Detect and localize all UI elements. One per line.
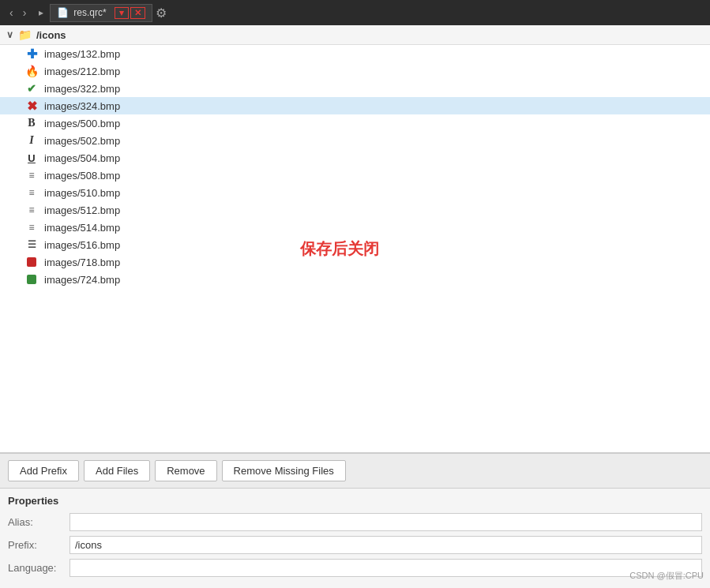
file-name: images/516.bmp bbox=[44, 239, 120, 251]
tree-item[interactable]: Iimages/502.bmp bbox=[0, 132, 710, 149]
underline-icon: U bbox=[25, 152, 38, 164]
back-button[interactable]: ‹ bbox=[6, 5, 17, 21]
tree-items-list: ✚images/132.bmp🔥images/212.bmp✔images/32… bbox=[0, 45, 710, 288]
file-tab[interactable]: 📄 res.qrc* ▾ ✕ bbox=[50, 4, 152, 22]
tree-item[interactable]: ≡images/512.bmp bbox=[0, 201, 710, 219]
tree-item[interactable]: Bimages/500.bmp bbox=[0, 114, 710, 132]
remove-missing-files-button[interactable]: Remove Missing Files bbox=[222, 460, 346, 481]
alias-label: Alias: bbox=[8, 516, 63, 528]
action-button-bar: Add Prefix Add Files Remove Remove Missi… bbox=[0, 454, 710, 489]
x-icon: ✖ bbox=[25, 99, 38, 112]
tree-root[interactable]: ∨ 📁 /icons bbox=[0, 25, 710, 45]
tab-dropdown-button[interactable]: ▾ bbox=[115, 7, 129, 19]
language-label: Language: bbox=[8, 562, 63, 574]
red-square-icon bbox=[25, 256, 38, 268]
forward-button[interactable]: › bbox=[20, 5, 30, 21]
collapse-icon: ∨ bbox=[6, 29, 13, 40]
bottom-panel: Add Prefix Add Files Remove Remove Missi… bbox=[0, 453, 710, 588]
add-files-button[interactable]: Add Files bbox=[84, 460, 150, 481]
file-name: images/324.bmp bbox=[44, 100, 120, 112]
tree-item[interactable]: ✚images/132.bmp bbox=[0, 45, 710, 62]
tree-item[interactable]: images/718.bmp bbox=[0, 253, 710, 271]
file-name: images/132.bmp bbox=[44, 48, 120, 60]
tree-item[interactable]: ≡images/514.bmp bbox=[0, 219, 710, 236]
root-label: /icons bbox=[36, 29, 66, 41]
flame-icon: 🔥 bbox=[25, 65, 38, 77]
file-name: images/510.bmp bbox=[44, 187, 120, 199]
language-input[interactable] bbox=[69, 559, 702, 577]
folder-icon: 📁 bbox=[18, 28, 32, 41]
tab-title: res.qrc* bbox=[73, 7, 106, 18]
tree-item[interactable]: ☰images/516.bmp bbox=[0, 236, 710, 253]
file-name: images/512.bmp bbox=[44, 204, 120, 216]
file-icon: 📄 bbox=[57, 7, 69, 18]
file-name: images/322.bmp bbox=[44, 83, 120, 95]
lines-icon: ≡ bbox=[25, 169, 38, 182]
tree-item[interactable]: ≡images/508.bmp bbox=[0, 167, 710, 184]
alias-row: Alias: bbox=[8, 513, 702, 531]
navigation-buttons: ‹ › ▸ bbox=[6, 5, 43, 21]
file-name: images/212.bmp bbox=[44, 66, 120, 77]
green-square-icon bbox=[25, 273, 38, 286]
prefix-input[interactable] bbox=[69, 536, 702, 554]
tree-item[interactable]: ≡images/510.bmp bbox=[0, 184, 710, 201]
file-name: images/502.bmp bbox=[44, 135, 120, 147]
lines-icon: ≡ bbox=[25, 221, 38, 234]
file-tree[interactable]: ∨ 📁 /icons ✚images/132.bmp🔥images/212.bm… bbox=[0, 25, 710, 453]
tree-item[interactable]: 🔥images/212.bmp bbox=[0, 62, 710, 80]
prefix-label: Prefix: bbox=[8, 539, 63, 551]
tab-controls: ▾ ✕ bbox=[115, 7, 145, 19]
properties-title: Properties bbox=[8, 495, 702, 507]
properties-panel: Properties Alias: Prefix: Language: bbox=[0, 489, 710, 588]
tree-item[interactable]: ✖images/324.bmp bbox=[0, 97, 710, 114]
add-icon: ✚ bbox=[25, 47, 38, 60]
tree-item[interactable]: images/724.bmp bbox=[0, 271, 710, 288]
language-row: Language: bbox=[8, 559, 702, 577]
file-name: images/504.bmp bbox=[44, 152, 120, 164]
file-name: images/718.bmp bbox=[44, 257, 120, 268]
lines-icon: ≡ bbox=[25, 186, 38, 199]
breadcrumb-separator: ▸ bbox=[39, 7, 43, 18]
bold-icon: B bbox=[25, 117, 38, 129]
remove-button[interactable]: Remove bbox=[155, 460, 216, 481]
file-name: images/508.bmp bbox=[44, 170, 120, 182]
toolbar-tools: ⚙ bbox=[156, 6, 167, 21]
list-icon: ☰ bbox=[25, 238, 38, 251]
watermark: CSDN @假冒:CPU bbox=[629, 570, 704, 582]
italic-icon: I bbox=[25, 134, 38, 147]
add-prefix-button[interactable]: Add Prefix bbox=[8, 460, 79, 481]
file-name: images/500.bmp bbox=[44, 118, 120, 129]
title-bar: ‹ › ▸ 📄 res.qrc* ▾ ✕ ⚙ bbox=[0, 0, 710, 25]
main-area: ∨ 📁 /icons ✚images/132.bmp🔥images/212.bm… bbox=[0, 25, 710, 588]
alias-input[interactable] bbox=[69, 513, 702, 531]
lines-icon: ≡ bbox=[25, 204, 38, 216]
tree-item[interactable]: Uimages/504.bmp bbox=[0, 149, 710, 167]
tree-item[interactable]: ✔images/322.bmp bbox=[0, 80, 710, 97]
gear-icon[interactable]: ⚙ bbox=[156, 6, 167, 20]
file-name: images/724.bmp bbox=[44, 274, 120, 286]
file-name: images/514.bmp bbox=[44, 222, 120, 234]
prefix-row: Prefix: bbox=[8, 536, 702, 554]
tab-close-button[interactable]: ✕ bbox=[130, 7, 145, 19]
check-icon: ✔ bbox=[25, 82, 38, 95]
